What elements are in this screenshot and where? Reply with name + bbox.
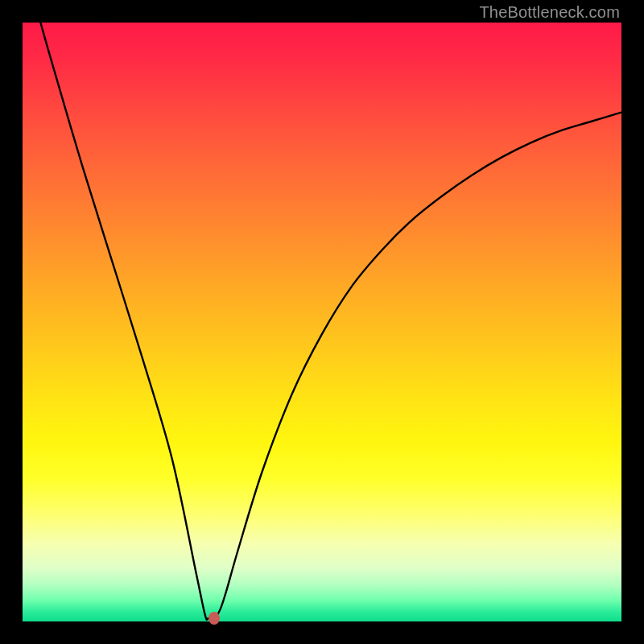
plot-area bbox=[23, 23, 621, 621]
optimum-marker bbox=[208, 612, 220, 625]
chart-frame: TheBottleneck.com bbox=[0, 0, 644, 644]
bottleneck-curve bbox=[40, 23, 621, 620]
curve-svg bbox=[23, 23, 621, 621]
attribution-text: TheBottleneck.com bbox=[479, 3, 620, 22]
